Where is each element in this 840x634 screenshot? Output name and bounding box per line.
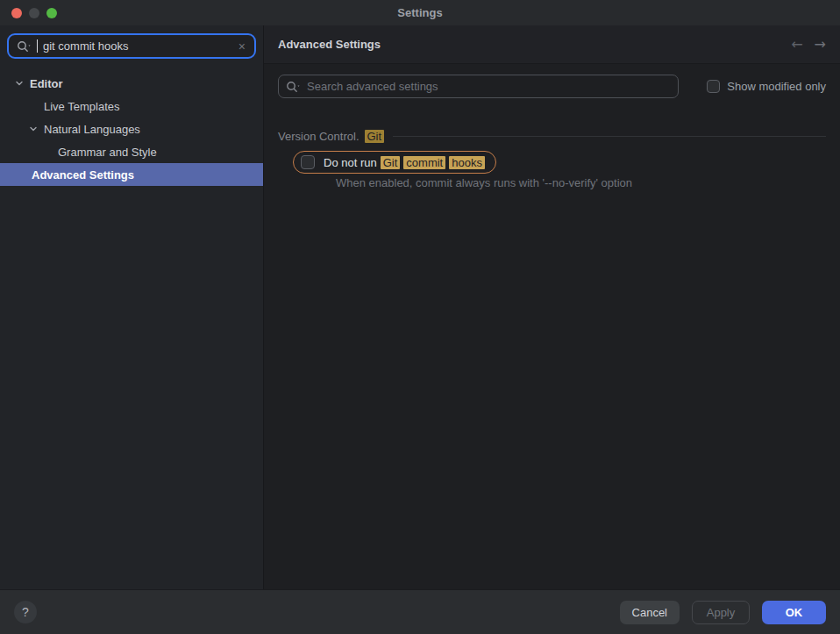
checkbox-icon[interactable]	[301, 155, 315, 169]
search-icon[interactable]	[286, 81, 302, 93]
page-title: Advanced Settings	[278, 38, 381, 51]
back-arrow-icon[interactable]: ←	[791, 38, 802, 52]
option-do-not-run-git-commit-hooks: Do not run Git commit hooks When enabled…	[293, 151, 826, 189]
section-divider	[393, 136, 826, 137]
option-label-prefix: Do not run	[324, 156, 377, 169]
section-version-control-git: Version Control. Git	[278, 130, 826, 143]
tree-item-label: Advanced Settings	[32, 168, 134, 182]
apply-button: Apply	[692, 601, 750, 624]
cancel-button[interactable]: Cancel	[620, 601, 680, 624]
settings-window: Settings git commit hooks ×	[0, 0, 840, 634]
help-button[interactable]: ?	[14, 601, 37, 623]
show-modified-only-checkbox[interactable]: Show modified only	[707, 80, 826, 93]
checkbox-label: Show modified only	[727, 80, 826, 93]
search-placeholder: Search advanced settings	[307, 80, 438, 93]
section-match-token: Git	[365, 130, 385, 143]
checkbox-icon[interactable]	[707, 80, 720, 93]
ok-button[interactable]: OK	[762, 601, 826, 624]
titlebar: Settings	[0, 0, 840, 25]
section-label: Version Control.	[278, 130, 359, 143]
tree-item-natural-languages[interactable]: Natural Languages	[0, 118, 263, 140]
tree-item-advanced-settings[interactable]: Advanced Settings	[0, 163, 263, 186]
content-panel: Advanced Settings ← →	[264, 25, 840, 589]
match-token: hooks	[449, 156, 485, 169]
chevron-down-icon[interactable]	[28, 124, 39, 134]
tree-item-label: Natural Languages	[44, 123, 140, 136]
search-icon[interactable]	[17, 40, 32, 53]
settings-search-input[interactable]: git commit hooks ×	[7, 33, 256, 59]
option-label: Do not run Git commit hooks	[324, 156, 485, 169]
option-description: When enabled, commit always runs with '-…	[336, 176, 826, 189]
settings-tree: Editor Live Templates Natural Languages …	[0, 72, 263, 186]
window-title: Settings	[0, 6, 840, 19]
forward-arrow-icon[interactable]: →	[815, 38, 826, 52]
tree-item-label: Editor	[30, 77, 63, 90]
match-token: commit	[403, 156, 445, 169]
clear-search-icon[interactable]: ×	[237, 40, 247, 53]
tree-item-label: Grammar and Style	[58, 146, 157, 159]
chevron-down-icon[interactable]	[14, 78, 25, 89]
tree-item-live-templates[interactable]: Live Templates	[0, 95, 263, 118]
content-header: Advanced Settings ← →	[264, 25, 840, 64]
search-match-ring[interactable]: Do not run Git commit hooks	[293, 151, 496, 174]
tree-item-label: Live Templates	[44, 100, 119, 113]
advanced-search-input[interactable]: Search advanced settings	[278, 75, 679, 98]
search-query-text: git commit hooks	[43, 39, 232, 53]
match-token: Git	[381, 156, 401, 169]
question-mark-icon: ?	[22, 605, 29, 619]
tree-item-grammar-and-style[interactable]: Grammar and Style	[0, 140, 263, 163]
text-caret	[37, 39, 38, 53]
tree-item-editor[interactable]: Editor	[0, 72, 263, 95]
settings-sidebar: git commit hooks × Editor Live Templates	[0, 25, 264, 589]
footer-bar: ? Cancel Apply OK	[0, 589, 840, 634]
